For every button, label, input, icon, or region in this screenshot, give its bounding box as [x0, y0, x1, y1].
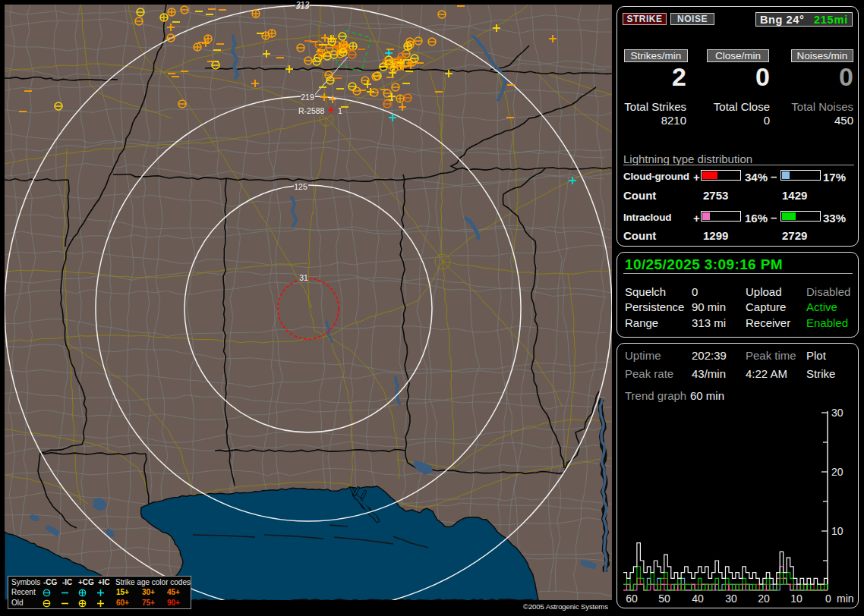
svg-text:125: 125 — [294, 182, 307, 191]
svg-text:10: 10 — [790, 592, 803, 605]
svg-text:219: 219 — [301, 93, 314, 102]
svg-text:50: 50 — [658, 592, 670, 605]
svg-text:R-2588: R-2588 — [298, 106, 325, 115]
svg-text:0: 0 — [825, 592, 831, 605]
svg-text:10: 10 — [831, 525, 844, 537]
svg-text:min: min — [837, 592, 854, 605]
svg-text:60: 60 — [626, 592, 638, 605]
svg-text:20: 20 — [831, 466, 844, 478]
svg-text:30: 30 — [725, 592, 737, 605]
svg-text:40: 40 — [692, 592, 704, 605]
svg-text:20: 20 — [758, 592, 770, 605]
svg-text:30: 30 — [831, 407, 844, 419]
svg-text:31: 31 — [299, 273, 308, 282]
